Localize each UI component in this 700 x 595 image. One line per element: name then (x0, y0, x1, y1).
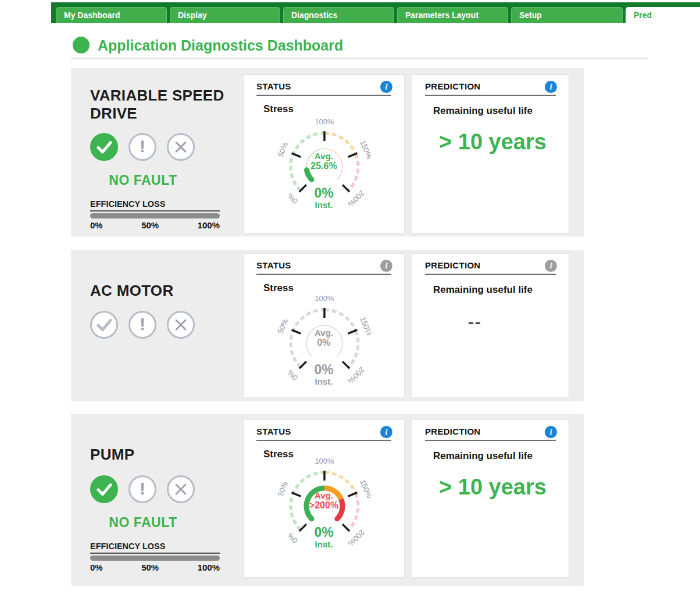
gauge-average-label: Avg. (244, 151, 404, 161)
fault-status: NO FAULT (90, 173, 196, 188)
stress-label: Stress (263, 449, 294, 460)
gauge-average-value: 0% (244, 338, 404, 347)
gauge-average: Avg. 25.6% (244, 151, 404, 171)
prediction-value: -- (468, 312, 482, 332)
card-divider (425, 95, 556, 96)
device-title: AC MOTOR (90, 282, 242, 300)
status-card-title: STATUS (256, 426, 291, 436)
device-panel-variable-speed-drive: VARIABLE SPEED DRIVE ! NO FAULT EFFICIEN… (71, 68, 584, 236)
prediction-card-title: PREDICTION (425, 260, 481, 270)
card-divider (425, 274, 556, 275)
prediction-value: > 10 years (439, 130, 547, 155)
fault-status: NO FAULT (90, 515, 196, 531)
gauge-average-label: Avg. (244, 328, 404, 338)
efficiency-tick: 50% (141, 220, 159, 230)
svg-text:50%: 50% (276, 480, 290, 497)
efficiency-section: EFFICIENCY LOSS 0% 50% 100% (90, 542, 220, 572)
gauge-average-label: Avg. (244, 490, 404, 500)
stress-gauge: 0%50%100%150%200% Avg. >200% 0% Inst. (244, 420, 404, 577)
stress-gauge: 0%50%100%150%200% Avg. 25.6% 0% Inst. (244, 75, 404, 233)
svg-text:200%: 200% (346, 365, 366, 385)
info-icon[interactable]: i (545, 81, 557, 93)
info-icon[interactable]: i (380, 426, 392, 438)
gauge-instant-label: Inst. (244, 539, 404, 549)
svg-text:100%: 100% (315, 294, 334, 303)
card-divider (256, 95, 391, 96)
gauge-instant-label: Inst. (244, 377, 404, 386)
device-title: VARIABLE SPEED DRIVE (90, 87, 242, 123)
card-divider (425, 440, 556, 441)
status-card: STATUS i Stress 0%50%100%150%200% Avg. >… (243, 420, 405, 578)
efficiency-label: EFFICIENCY LOSS (90, 199, 220, 212)
tab-diagnostics[interactable]: Diagnostics (283, 7, 394, 23)
stress-label: Stress (263, 103, 294, 115)
info-icon[interactable]: i (380, 260, 392, 272)
svg-text:0%: 0% (285, 531, 299, 545)
ok-status-icon (90, 133, 118, 161)
info-icon[interactable]: i (545, 260, 557, 272)
error-status-icon (167, 475, 195, 503)
device-title: PUMP (90, 446, 242, 464)
svg-text:200%: 200% (346, 189, 366, 209)
x-icon (174, 141, 187, 153)
prediction-card: PREDICTION i Remaining useful life -- (412, 253, 569, 397)
efficiency-scale: 0% 50% 100% (90, 220, 220, 230)
fault-status-icons: ! (90, 311, 195, 339)
top-navigation-bar: My Dashboard Display Diagnostics Paramet… (51, 2, 700, 23)
device-panel-ac-motor: AC MOTOR ! STATUS i Stress 0%50%100%150%… (71, 250, 584, 401)
stress-label: Stress (263, 282, 294, 294)
device-panel-pump: PUMP ! NO FAULT EFFICIENCY LOSS 0% 50% 1… (71, 414, 584, 586)
page-title: Application Diagnostics Dashboard (98, 37, 343, 54)
svg-text:0%: 0% (285, 368, 299, 382)
status-card: STATUS i Stress 0%50%100%150%200% Avg. 0… (243, 253, 405, 397)
stress-gauge-dial: 0%50%100%150%200% (244, 254, 405, 396)
warning-status-icon: ! (128, 475, 156, 503)
tab-parameters-layout[interactable]: Parameters Layout (397, 7, 508, 23)
svg-text:100%: 100% (315, 117, 334, 126)
efficiency-tick: 0% (90, 562, 103, 572)
tab-display[interactable]: Display (170, 7, 280, 23)
stress-gauge-dial: 0%50%100%150%200% (244, 420, 405, 567)
svg-text:150%: 150% (358, 139, 374, 160)
prediction-value: > 10 years (439, 475, 547, 500)
fault-status-icons: ! (90, 475, 195, 503)
title-dot-icon (73, 37, 90, 53)
prediction-card: PREDICTION i Remaining useful life > 10 … (412, 420, 569, 578)
stress-gauge: 0%50%100%150%200% Avg. 0% 0% Inst. (244, 254, 404, 397)
gauge-instant-value: 0% (244, 525, 404, 539)
tab-my-dashboard[interactable]: My Dashboard (56, 7, 167, 23)
remaining-life-label: Remaining useful life (433, 284, 533, 296)
gauge-instant: 0% Inst. (244, 363, 404, 386)
svg-text:50%: 50% (276, 317, 290, 335)
remaining-life-label: Remaining useful life (433, 105, 533, 117)
tab-prediction[interactable]: Pred (626, 7, 700, 23)
info-icon[interactable]: i (380, 81, 392, 93)
fault-status-icons: ! (90, 133, 195, 161)
x-icon (174, 318, 187, 331)
svg-text:100%: 100% (315, 457, 334, 465)
gauge-average: Avg. 0% (244, 328, 404, 347)
info-icon[interactable]: i (545, 426, 557, 438)
stress-gauge-dial: 0%50%100%150%200% (244, 75, 405, 226)
status-card-title: STATUS (256, 81, 291, 91)
gauge-instant: 0% Inst. (244, 186, 404, 210)
efficiency-tick: 100% (198, 562, 220, 572)
warning-status-icon: ! (128, 311, 156, 339)
x-icon (174, 483, 187, 496)
gauge-average-value: 25.6% (244, 161, 404, 171)
card-divider (256, 440, 391, 441)
status-card-title: STATUS (256, 260, 291, 270)
efficiency-section: EFFICIENCY LOSS 0% 50% 100% (90, 199, 220, 230)
svg-text:200%: 200% (346, 528, 366, 548)
gauge-average-value: >200% (244, 500, 404, 510)
svg-text:150%: 150% (358, 316, 374, 337)
gauge-instant-value: 0% (244, 186, 404, 200)
tab-setup[interactable]: Setup (511, 7, 623, 23)
exclamation-icon: ! (140, 138, 145, 156)
warning-status-icon: ! (128, 133, 156, 161)
gauge-instant-value: 0% (244, 363, 404, 377)
prediction-card: PREDICTION i Remaining useful life > 10 … (412, 74, 569, 234)
remaining-life-label: Remaining useful life (433, 450, 533, 462)
efficiency-bar (90, 213, 220, 218)
efficiency-scale: 0% 50% 100% (90, 562, 220, 572)
